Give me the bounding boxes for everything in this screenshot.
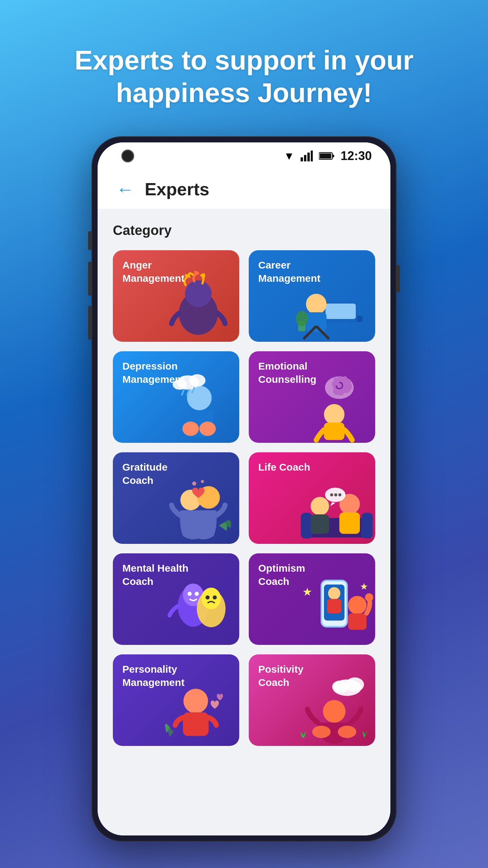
svg-point-48 [195, 592, 199, 596]
card-mental-health-coach[interactable]: Mental HealthCoach [113, 553, 239, 645]
category-grid: AngerManagement [113, 250, 375, 746]
svg-rect-11 [325, 303, 355, 319]
svg-rect-2 [307, 153, 310, 161]
svg-rect-13 [306, 312, 326, 332]
svg-line-24 [182, 390, 184, 395]
svg-rect-0 [301, 157, 303, 161]
svg-rect-3 [311, 151, 313, 161]
headline-line2: happiness Journey! [116, 78, 372, 108]
svg-point-22 [189, 374, 205, 386]
content-area: Category AngerManagement [98, 209, 390, 835]
card-label-career: CareerManagement [258, 258, 320, 285]
svg-text:★: ★ [360, 581, 368, 592]
card-depression-management[interactable]: DepressionManagement [113, 351, 239, 443]
art-life [293, 466, 375, 544]
card-gratitude-coach[interactable]: GratitudeCoach [113, 452, 239, 544]
card-label-gratitude: GratitudeCoach [122, 460, 167, 487]
headline: Experts to support in your happiness Jou… [47, 44, 441, 109]
vol-down-button [88, 306, 92, 340]
phone-shell: ▼ 12:30 ← Experts Cate [92, 136, 396, 842]
svg-point-43 [334, 493, 337, 496]
svg-point-32 [192, 481, 196, 486]
svg-rect-56 [327, 599, 341, 613]
svg-point-66 [332, 680, 348, 692]
vol-up-button [88, 262, 92, 296]
svg-rect-29 [324, 422, 344, 440]
svg-point-8 [185, 280, 211, 307]
page-title: Experts [145, 179, 209, 199]
svg-point-33 [201, 480, 204, 483]
card-label-emotional: EmotionalCounselling [258, 359, 317, 386]
card-label-life: Life Coach [258, 460, 310, 474]
svg-rect-40 [339, 512, 360, 534]
category-label: Category [113, 223, 375, 238]
svg-point-55 [328, 587, 340, 599]
svg-point-69 [338, 726, 356, 738]
card-emotional-counselling[interactable]: EmotionalCounselling [249, 351, 375, 443]
signal-icon [301, 151, 313, 161]
power-button [396, 265, 400, 292]
svg-point-17 [296, 311, 308, 326]
svg-point-44 [338, 493, 341, 496]
svg-rect-36 [361, 513, 372, 538]
svg-point-37 [310, 497, 329, 515]
back-button[interactable]: ← [116, 180, 134, 198]
svg-rect-35 [301, 513, 312, 538]
svg-rect-63 [183, 712, 208, 736]
status-time: 12:30 [341, 149, 372, 163]
mute-button [88, 231, 92, 250]
card-optimism-coach[interactable]: OptimismCoach [249, 553, 375, 645]
headline-line1: Experts to support in your [75, 45, 413, 75]
card-anger-management[interactable]: AngerManagement [113, 250, 239, 342]
card-label-anger: AngerManagement [122, 258, 184, 285]
svg-point-51 [205, 595, 209, 599]
card-label-optimism: OptimismCoach [258, 561, 305, 588]
card-label-depression: DepressionManagement [122, 359, 184, 386]
svg-rect-38 [310, 514, 329, 534]
svg-point-59 [365, 593, 373, 601]
svg-point-62 [183, 689, 208, 713]
svg-point-68 [312, 726, 331, 738]
phone-screen: ▼ 12:30 ← Experts Cate [98, 142, 390, 835]
status-icons: ▼ 12:30 [284, 149, 372, 163]
card-life-coach[interactable]: Life Coach [249, 452, 375, 544]
svg-point-52 [212, 595, 217, 599]
wifi-icon: ▼ [284, 150, 294, 162]
art-optimism: ★ ★ [293, 567, 375, 645]
card-label-positivity: PositivityCoach [258, 663, 303, 689]
card-career-management[interactable]: CareerManagement [249, 250, 375, 342]
svg-point-65 [345, 677, 364, 691]
card-label-mental: Mental HealthCoach [122, 561, 188, 588]
app-header: ← Experts [98, 170, 390, 209]
svg-point-19 [182, 421, 199, 436]
svg-point-50 [201, 588, 221, 609]
front-camera [121, 150, 134, 162]
card-personality-management[interactable]: PersonalityManagement [113, 654, 239, 746]
svg-point-42 [330, 493, 333, 496]
svg-point-12 [306, 294, 326, 314]
card-positivity-coach[interactable]: PositivityCoach [249, 654, 375, 746]
svg-point-67 [323, 700, 345, 723]
svg-point-57 [348, 596, 367, 614]
status-bar: ▼ 12:30 [98, 142, 390, 170]
battery-icon [319, 152, 334, 160]
svg-rect-5 [320, 154, 331, 159]
art-positivity [293, 668, 375, 746]
card-label-personality: PersonalityManagement [122, 663, 184, 689]
svg-point-28 [324, 404, 344, 425]
svg-rect-6 [332, 155, 334, 157]
svg-rect-58 [348, 613, 367, 629]
art-gratitude [157, 466, 239, 544]
svg-point-20 [199, 421, 216, 436]
svg-rect-1 [304, 155, 306, 161]
svg-point-47 [187, 592, 191, 596]
